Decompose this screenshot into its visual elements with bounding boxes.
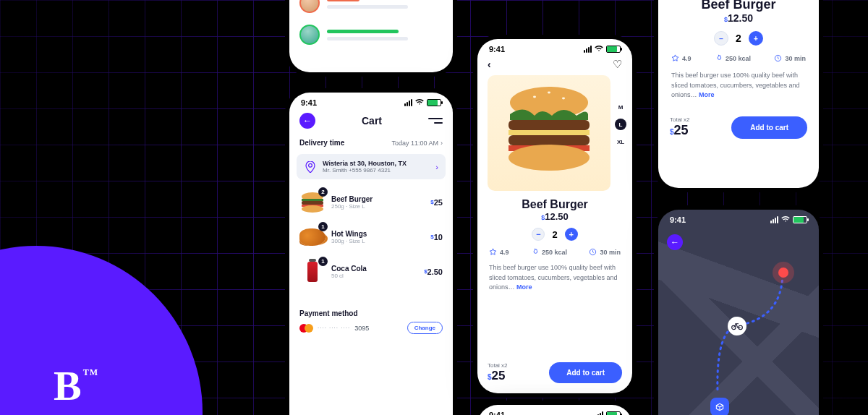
- package-icon: [715, 402, 725, 412]
- battery-icon: [793, 216, 807, 223]
- svg-point-12: [548, 92, 550, 94]
- item-price: $25: [430, 198, 443, 207]
- leaderboard-phone-fragment: [289, 0, 453, 72]
- qty-increase-button[interactable]: +: [565, 228, 578, 241]
- item-thumb: 1: [299, 224, 326, 250]
- qty-decrease-button[interactable]: −: [532, 228, 545, 241]
- change-button[interactable]: Change: [407, 322, 443, 334]
- favorite-button[interactable]: ♡: [613, 58, 622, 71]
- size-option-l[interactable]: L: [615, 119, 626, 130]
- mastercard-icon: [299, 324, 313, 333]
- delivery-time-row[interactable]: Delivery time Today 11:00 AM: [289, 134, 453, 151]
- product-price: $12.50: [658, 12, 819, 24]
- item-sub: 50 cl: [331, 273, 367, 279]
- avatar: [299, 0, 320, 13]
- payment-method-label: Payment method: [289, 292, 453, 320]
- signal-icon: [595, 411, 603, 415]
- product-description: This beef burger use 100% quality beef w…: [658, 71, 819, 100]
- size-option-xl[interactable]: XL: [615, 136, 626, 147]
- item-name: Hot Wings: [331, 230, 367, 238]
- status-bar: 9:41: [477, 405, 632, 415]
- battery-icon: [606, 411, 621, 415]
- item-thumb: 2: [299, 189, 326, 215]
- origin-marker[interactable]: [778, 268, 788, 278]
- flame-icon: [531, 248, 539, 256]
- product-phone-partial: XL Beef Burger $12.50 − 2 + 4.9 250 kcal…: [658, 0, 819, 188]
- courier-marker[interactable]: [728, 317, 746, 335]
- signal-icon: [770, 216, 778, 223]
- cart-phone: 9:41 ← Cart Delivery time Today 11:00 AM…: [289, 93, 453, 415]
- product-description: This beef burger use 100% quality beef w…: [477, 263, 632, 293]
- qty-increase-button[interactable]: +: [749, 31, 763, 46]
- svg-point-10: [509, 145, 590, 171]
- rating-stat: 4.9: [489, 248, 509, 256]
- calories-stat: 250 kcal: [531, 248, 567, 256]
- item-name: Coca Cola: [331, 265, 367, 273]
- item-price: $2.50: [424, 268, 443, 276]
- svg-point-11: [533, 96, 536, 98]
- size-option-m[interactable]: M: [615, 101, 626, 113]
- card-last4: 3095: [354, 325, 369, 332]
- svg-point-13: [562, 98, 565, 100]
- svg-rect-7: [509, 130, 590, 135]
- map-phone-fragment: 9:41: [477, 405, 632, 415]
- add-to-cart-button[interactable]: Add to cart: [731, 116, 807, 139]
- status-time: 9:41: [489, 45, 505, 54]
- product-image: M L XL: [488, 75, 610, 191]
- calories-stat: 250 kcal: [715, 54, 751, 62]
- more-link[interactable]: More: [516, 283, 532, 291]
- svg-rect-2: [302, 201, 323, 205]
- wifi-icon: [781, 215, 790, 224]
- avatar: [299, 25, 320, 45]
- progress-bars: [327, 0, 443, 9]
- list-item: [299, 0, 443, 13]
- menu-button[interactable]: [428, 118, 443, 124]
- status-bar: 9:41: [658, 210, 819, 227]
- add-to-cart-button[interactable]: Add to cart: [549, 362, 622, 383]
- progress-bars: [327, 30, 443, 40]
- svg-rect-8: [509, 135, 590, 145]
- back-button[interactable]: ‹: [488, 59, 491, 70]
- more-link[interactable]: More: [699, 91, 715, 98]
- subtotal-label: Total x2: [488, 362, 508, 369]
- list-item: [299, 25, 443, 45]
- status-bar: 9:41: [289, 93, 453, 110]
- back-button[interactable]: ←: [667, 234, 683, 250]
- battery-icon: [606, 46, 621, 53]
- battery-icon: [427, 99, 441, 106]
- destination-marker[interactable]: [710, 398, 729, 415]
- signal-icon: [404, 99, 412, 106]
- qty-badge: 1: [318, 257, 328, 266]
- qty-decrease-button[interactable]: −: [714, 31, 728, 46]
- signal-icon: [584, 46, 592, 53]
- star-icon: [489, 248, 497, 256]
- cart-item[interactable]: 2 Beef Burger 250g · Size L $25: [299, 185, 443, 220]
- card-mask: ···· ···· ····: [318, 325, 350, 331]
- clock-icon: [589, 248, 597, 256]
- rating-stat: 4.9: [671, 54, 692, 62]
- back-button[interactable]: ←: [299, 113, 315, 129]
- subtotal-value: $25: [488, 369, 508, 383]
- product-price: $12.50: [477, 211, 632, 222]
- cart-item[interactable]: 1 Hot Wings 300g · Size L $10: [299, 220, 443, 254]
- qty-badge: 2: [318, 187, 328, 197]
- cart-item[interactable]: 1 Coca Cola 50 cl $2.50: [299, 254, 443, 289]
- product-name: Beef Burger: [477, 198, 632, 211]
- svg-point-4: [302, 205, 323, 213]
- item-sub: 250g · Size L: [331, 203, 373, 210]
- item-price: $10: [430, 233, 443, 241]
- map-pin-icon: [304, 161, 317, 174]
- subtotal-value: $25: [670, 123, 690, 138]
- item-thumb: 1: [299, 259, 326, 285]
- svg-rect-1: [302, 199, 323, 201]
- delivery-address-row[interactable]: Wisteria st 30, Houston, TX Mr. Smith +5…: [297, 154, 446, 179]
- bike-icon: [731, 322, 743, 330]
- product-phone: 9:41 ‹ ♡ M L XL Beef Burger $12.50 −: [477, 39, 632, 393]
- item-name: Beef Burger: [331, 195, 373, 203]
- qty-value: 2: [736, 33, 741, 44]
- time-stat: 30 min: [589, 248, 621, 256]
- qty-badge: 1: [318, 222, 328, 231]
- delivery-time-value: Today 11:00 AM: [391, 140, 438, 147]
- payment-method-row[interactable]: ···· ···· ···· 3095 Change: [289, 320, 453, 335]
- chevron-right-icon: [441, 140, 443, 147]
